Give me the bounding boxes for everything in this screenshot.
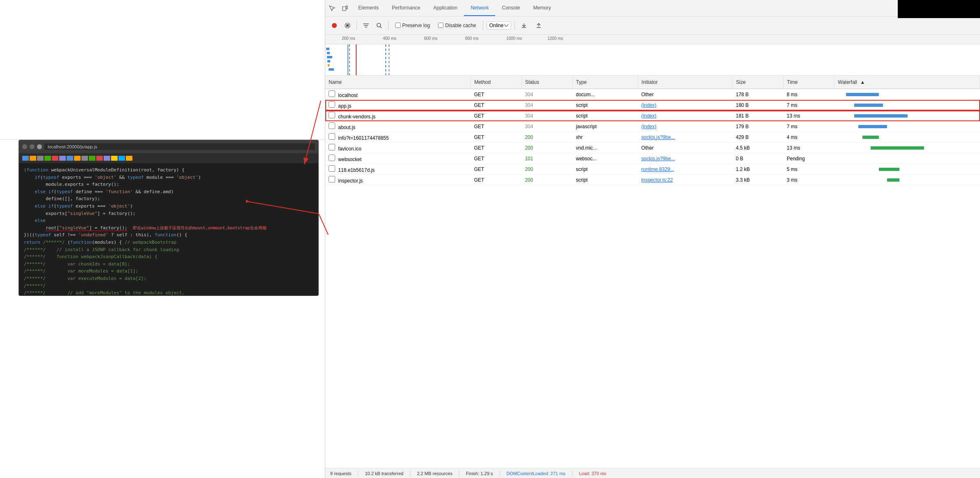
table-row[interactable]: inspector.js GET 200 script inspector.js…: [325, 175, 980, 185]
timeline-marker-gray2: [389, 44, 389, 76]
cell-type: javascript: [572, 121, 638, 132]
preserve-log-checkbox[interactable]: [395, 23, 401, 28]
cell-name: 118.e1b5617d.js: [325, 164, 471, 175]
tick-1200ms: 1200 ms: [547, 36, 563, 41]
table-row[interactable]: localhost GET 304 docum... Other 178 B 8…: [325, 89, 980, 100]
forward-button[interactable]: [30, 144, 35, 149]
cell-size: 178 B: [732, 89, 783, 100]
cell-initiator[interactable]: runtime.8329...: [638, 164, 732, 175]
row-checkbox[interactable]: [329, 112, 335, 118]
table-row[interactable]: app.js GET 304 script (index) 180 B 7 ms: [325, 100, 980, 111]
network-table: Name Method Status Type Initiator: [325, 76, 980, 185]
row-checkbox[interactable]: [329, 165, 335, 172]
col-header-size[interactable]: Size: [732, 76, 783, 89]
cell-time: 7 ms: [783, 100, 834, 111]
tab-elements[interactable]: Elements: [352, 0, 385, 16]
table-row[interactable]: info?t=1601174478855 GET 200 xhr sockjs.…: [325, 132, 980, 143]
cell-name: about.js: [325, 121, 471, 132]
row-checkbox[interactable]: [329, 144, 335, 150]
tab-console[interactable]: Console: [495, 0, 526, 16]
cell-status: 304: [521, 111, 572, 121]
device-toolbar-button[interactable]: [338, 0, 352, 16]
initiator-link[interactable]: sockjs.js?9be...: [641, 156, 675, 162]
table-row[interactable]: about.js GET 304 javascript (index) 179 …: [325, 121, 980, 132]
col-header-time[interactable]: Time: [783, 76, 834, 89]
toolbar-divider-2: [388, 21, 389, 30]
cell-time: 7 ms: [783, 121, 834, 132]
svg-rect-2: [343, 7, 346, 11]
col-header-type[interactable]: Type: [572, 76, 638, 89]
initiator-link[interactable]: (index): [641, 124, 656, 129]
finish-time: Finish: 1.29 s: [466, 471, 493, 476]
row-checkbox[interactable]: [329, 133, 335, 140]
cell-time: 8 ms: [783, 89, 834, 100]
export-button[interactable]: [533, 20, 544, 31]
cell-initiator[interactable]: (index): [638, 100, 732, 111]
cell-waterfall: [834, 143, 980, 153]
disable-cache-label[interactable]: Disable cache: [435, 23, 479, 28]
col-header-status[interactable]: Status: [521, 76, 572, 89]
cell-initiator[interactable]: inspector.js:22: [638, 175, 732, 185]
tick-600ms: 600 ms: [424, 36, 438, 41]
devtools-header-right: [898, 0, 980, 18]
url-bar[interactable]: localhost:20000/js/app.js: [44, 143, 315, 150]
table-row[interactable]: 118.e1b5617d.js GET 200 script runtime.8…: [325, 164, 980, 175]
cell-size: 0 B: [732, 153, 783, 164]
row-checkbox[interactable]: [329, 122, 335, 129]
row-checkbox[interactable]: [329, 176, 335, 182]
preserve-log-label[interactable]: Preserve log: [392, 23, 433, 28]
row-checkbox[interactable]: [329, 101, 335, 108]
search-button[interactable]: [373, 20, 385, 31]
col-header-name[interactable]: Name: [325, 76, 471, 89]
svg-point-10: [377, 23, 381, 27]
timeline-canvas[interactable]: [325, 44, 980, 76]
record-button[interactable]: [329, 20, 340, 31]
inspect-element-button[interactable]: [325, 0, 338, 16]
cell-initiator[interactable]: (index): [638, 111, 732, 121]
initiator-text: Other: [641, 92, 653, 97]
initiator-link[interactable]: inspector.js:22: [641, 177, 673, 183]
browser-toolbar: localhost:20000/js/app.js: [19, 140, 318, 153]
filter-button[interactable]: [360, 20, 372, 31]
cell-name: chunk-vendors.js: [325, 111, 471, 121]
reload-button[interactable]: [37, 144, 42, 149]
disable-cache-checkbox[interactable]: [438, 23, 443, 28]
dom-content-loaded-time: DOMContentLoaded: 271 ms: [507, 471, 565, 476]
back-button[interactable]: [22, 144, 27, 149]
table-row[interactable]: websocket GET 101 websoc... sockjs.js?9b…: [325, 153, 980, 164]
cell-time: 13 ms: [783, 143, 834, 153]
initiator-link[interactable]: (index): [641, 113, 656, 119]
col-header-waterfall[interactable]: Waterfall ▲: [834, 76, 980, 89]
timeline-marker-blue2: [385, 44, 386, 76]
browser-tab-bar: [19, 153, 318, 163]
cell-initiator[interactable]: sockjs.js?9be...: [638, 132, 732, 143]
row-checkbox[interactable]: [329, 155, 335, 161]
cell-initiator[interactable]: (index): [638, 121, 732, 132]
col-header-method[interactable]: Method: [471, 76, 522, 89]
disable-cache-text: Disable cache: [445, 23, 476, 28]
row-checkbox[interactable]: [329, 90, 335, 97]
stop-button[interactable]: [342, 20, 353, 31]
cell-initiator[interactable]: sockjs.js?9be...: [638, 153, 732, 164]
online-dropdown[interactable]: Online: [487, 21, 512, 30]
cell-status: 200: [521, 164, 572, 175]
cell-initiator: Other: [638, 89, 732, 100]
tab-network[interactable]: Network: [464, 0, 495, 16]
import-button[interactable]: [518, 20, 530, 31]
network-table-scroll[interactable]: Name Method Status Type Initiator: [325, 76, 980, 455]
table-row[interactable]: chunk-vendors.js GET 304 script (index) …: [325, 111, 980, 121]
table-row[interactable]: favicon.ico GET 200 vnd.mic... Other 4.5…: [325, 143, 980, 153]
initiator-link[interactable]: sockjs.js?9be...: [641, 134, 675, 140]
initiator-link[interactable]: runtime.8329...: [641, 166, 674, 172]
cell-waterfall: [834, 121, 980, 132]
cell-method: GET: [471, 143, 522, 153]
toolbar-divider-4: [514, 21, 515, 30]
code-content: (function webpackUniversalModuleDefiniti…: [19, 163, 318, 296]
cell-size: 4.5 kB: [732, 143, 783, 153]
cell-type: xhr: [572, 132, 638, 143]
tab-performance[interactable]: Performance: [385, 0, 427, 16]
initiator-link[interactable]: (index): [641, 102, 656, 108]
tab-memory[interactable]: Memory: [527, 0, 558, 16]
col-header-initiator[interactable]: Initiator: [638, 76, 732, 89]
tab-application[interactable]: Application: [427, 0, 464, 16]
